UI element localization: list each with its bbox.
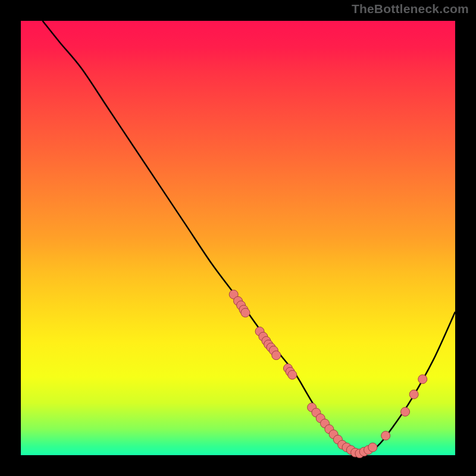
plot-svg <box>21 21 455 455</box>
data-point <box>418 375 427 384</box>
data-point <box>241 308 250 317</box>
data-point <box>368 443 377 452</box>
chart-stage: TheBottleneck.com <box>0 0 476 476</box>
data-point <box>381 431 390 440</box>
bottleneck-curve <box>43 21 456 453</box>
plot-panel <box>21 21 455 455</box>
data-point <box>409 390 418 399</box>
data-points <box>229 290 427 458</box>
data-point <box>288 370 297 379</box>
data-point <box>272 351 281 360</box>
data-point <box>401 408 410 416</box>
watermark-text: TheBottleneck.com <box>352 2 469 16</box>
